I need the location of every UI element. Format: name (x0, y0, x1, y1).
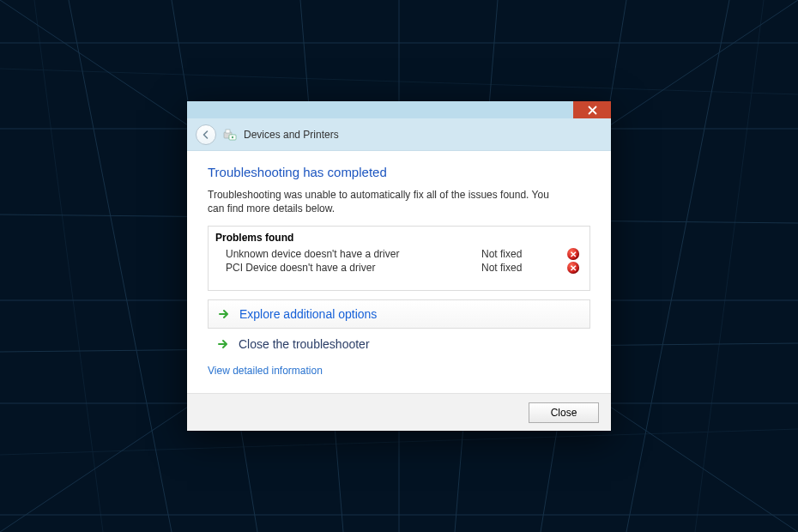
problem-row[interactable]: PCI Device doesn't have a driver Not fix… (209, 261, 589, 275)
window-header: Devices and Printers (187, 118, 611, 151)
close-button[interactable]: Close (529, 402, 599, 423)
problem-status-icon: ✕ (559, 248, 579, 260)
close-troubleshooter-label: Close the troubleshooter (239, 337, 370, 351)
explore-label: Explore additional options (239, 307, 377, 321)
troubleshooter-window: Devices and Printers Troubleshooting has… (187, 101, 611, 431)
svg-point-26 (232, 136, 233, 137)
explore-additional-options-button[interactable]: Explore additional options (208, 299, 590, 329)
problems-found-box: Problems found Unknown device doesn't ha… (208, 226, 590, 291)
problem-status-icon: ✕ (559, 262, 579, 274)
back-button[interactable] (196, 124, 216, 145)
back-arrow-icon (201, 130, 211, 140)
arrow-right-icon (217, 307, 231, 321)
problem-name: Unknown device doesn't have a driver (226, 248, 481, 260)
close-troubleshooter-button[interactable]: Close the troubleshooter (208, 332, 590, 356)
arrow-right-icon (216, 337, 230, 351)
svg-rect-24 (226, 130, 230, 133)
problem-status: Not fixed (481, 248, 559, 260)
problem-name: PCI Device doesn't have a driver (226, 262, 481, 274)
window-close-button[interactable] (573, 101, 611, 118)
view-detailed-information-link[interactable]: View detailed information (208, 365, 323, 377)
window-titlebar[interactable] (187, 101, 611, 118)
problem-status: Not fixed (481, 262, 559, 274)
problem-row[interactable]: Unknown device doesn't have a driver Not… (209, 247, 589, 261)
summary-text: Troubleshooting was unable to automatica… (208, 188, 568, 215)
error-icon: ✕ (567, 248, 579, 260)
error-icon: ✕ (567, 262, 579, 274)
problems-heading: Problems found (209, 232, 589, 247)
window-title: Devices and Printers (244, 129, 339, 141)
completed-heading: Troubleshooting has completed (208, 165, 590, 179)
window-body: Troubleshooting has completed Troublesho… (187, 151, 611, 384)
window-footer: Close (187, 393, 611, 431)
close-icon (588, 106, 597, 115)
devices-printers-icon (223, 128, 237, 142)
desktop-background: Devices and Printers Troubleshooting has… (0, 0, 798, 532)
